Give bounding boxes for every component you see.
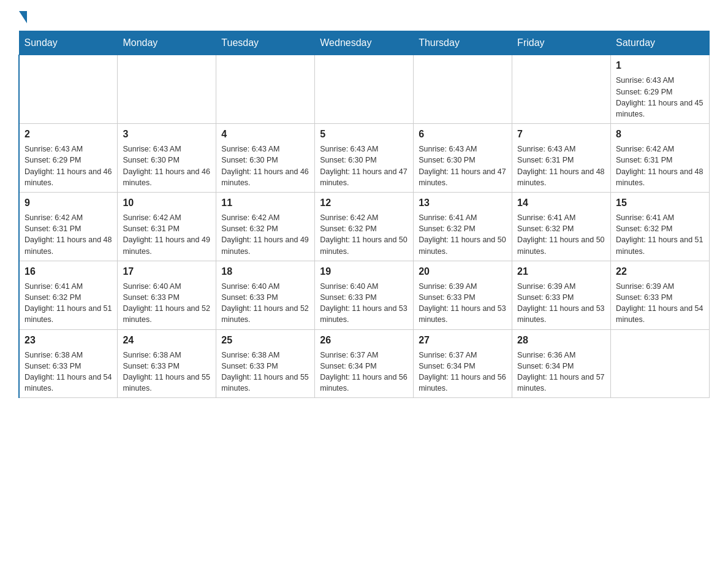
calendar-cell: 5Sunrise: 6:43 AMSunset: 6:30 PMDaylight…	[315, 123, 414, 192]
day-number: 25	[221, 334, 309, 347]
day-number: 8	[616, 128, 704, 141]
calendar-cell: 15Sunrise: 6:41 AMSunset: 6:32 PMDayligh…	[611, 192, 710, 261]
calendar-cell	[216, 55, 315, 124]
day-number: 9	[25, 196, 112, 210]
calendar-cell: 21Sunrise: 6:39 AMSunset: 6:33 PMDayligh…	[512, 261, 611, 329]
calendar-cell	[611, 329, 710, 398]
calendar-cell: 18Sunrise: 6:40 AMSunset: 6:33 PMDayligh…	[216, 261, 315, 329]
day-number: 11	[221, 196, 309, 210]
day-info: Sunrise: 6:39 AMSunset: 6:33 PMDaylight:…	[419, 281, 507, 326]
day-info: Sunrise: 6:43 AMSunset: 6:30 PMDaylight:…	[123, 144, 211, 188]
day-info: Sunrise: 6:43 AMSunset: 6:30 PMDaylight:…	[221, 144, 309, 188]
day-number: 12	[320, 196, 408, 210]
day-info: Sunrise: 6:38 AMSunset: 6:33 PMDaylight:…	[123, 350, 211, 394]
day-number: 27	[419, 334, 507, 347]
day-number: 7	[517, 128, 605, 141]
day-number: 2	[25, 128, 112, 141]
calendar-cell: 16Sunrise: 6:41 AMSunset: 6:32 PMDayligh…	[19, 261, 118, 329]
day-info: Sunrise: 6:38 AMSunset: 6:33 PMDaylight:…	[25, 350, 112, 394]
day-number: 26	[320, 334, 408, 347]
day-info: Sunrise: 6:42 AMSunset: 6:32 PMDaylight:…	[221, 212, 309, 257]
day-info: Sunrise: 6:40 AMSunset: 6:33 PMDaylight:…	[123, 281, 211, 326]
day-info: Sunrise: 6:40 AMSunset: 6:33 PMDaylight:…	[221, 281, 309, 326]
day-number: 19	[320, 265, 408, 278]
calendar-week-row: 9Sunrise: 6:42 AMSunset: 6:31 PMDaylight…	[19, 192, 710, 261]
logo-triangle-icon	[19, 11, 27, 23]
day-number: 20	[419, 265, 507, 278]
calendar-cell: 7Sunrise: 6:43 AMSunset: 6:31 PMDaylight…	[512, 123, 611, 192]
calendar-cell: 28Sunrise: 6:36 AMSunset: 6:34 PMDayligh…	[512, 329, 611, 398]
calendar-week-row: 1Sunrise: 6:43 AMSunset: 6:29 PMDaylight…	[19, 55, 710, 124]
day-info: Sunrise: 6:42 AMSunset: 6:31 PMDaylight:…	[25, 212, 112, 257]
day-info: Sunrise: 6:40 AMSunset: 6:33 PMDaylight:…	[320, 281, 408, 326]
day-number: 23	[25, 334, 112, 347]
calendar-table: SundayMondayTuesdayWednesdayThursdayFrid…	[18, 31, 710, 398]
calendar-cell: 4Sunrise: 6:43 AMSunset: 6:30 PMDaylight…	[216, 123, 315, 192]
calendar-cell: 3Sunrise: 6:43 AMSunset: 6:30 PMDaylight…	[118, 123, 216, 192]
day-info: Sunrise: 6:41 AMSunset: 6:32 PMDaylight:…	[419, 212, 507, 257]
calendar-cell: 11Sunrise: 6:42 AMSunset: 6:32 PMDayligh…	[216, 192, 315, 261]
weekday-header-thursday: Thursday	[414, 31, 512, 55]
calendar-cell: 12Sunrise: 6:42 AMSunset: 6:32 PMDayligh…	[315, 192, 414, 261]
calendar-cell: 13Sunrise: 6:41 AMSunset: 6:32 PMDayligh…	[414, 192, 512, 261]
logo	[18, 12, 28, 25]
calendar-cell	[19, 55, 118, 124]
calendar-week-row: 23Sunrise: 6:38 AMSunset: 6:33 PMDayligh…	[19, 329, 710, 398]
calendar-cell: 9Sunrise: 6:42 AMSunset: 6:31 PMDaylight…	[19, 192, 118, 261]
day-number: 18	[221, 265, 309, 278]
calendar-cell: 8Sunrise: 6:42 AMSunset: 6:31 PMDaylight…	[611, 123, 710, 192]
day-number: 3	[123, 128, 211, 141]
day-info: Sunrise: 6:42 AMSunset: 6:31 PMDaylight:…	[616, 144, 704, 188]
day-info: Sunrise: 6:38 AMSunset: 6:33 PMDaylight:…	[221, 350, 309, 394]
day-number: 21	[517, 265, 605, 278]
calendar-cell: 1Sunrise: 6:43 AMSunset: 6:29 PMDaylight…	[611, 55, 710, 124]
day-info: Sunrise: 6:42 AMSunset: 6:32 PMDaylight:…	[320, 212, 408, 257]
calendar-cell: 22Sunrise: 6:39 AMSunset: 6:33 PMDayligh…	[611, 261, 710, 329]
day-info: Sunrise: 6:43 AMSunset: 6:31 PMDaylight:…	[517, 144, 605, 188]
calendar-cell	[118, 55, 216, 124]
day-info: Sunrise: 6:43 AMSunset: 6:29 PMDaylight:…	[25, 144, 112, 188]
calendar-week-row: 2Sunrise: 6:43 AMSunset: 6:29 PMDaylight…	[19, 123, 710, 192]
day-number: 16	[25, 265, 112, 278]
calendar-cell: 23Sunrise: 6:38 AMSunset: 6:33 PMDayligh…	[19, 329, 118, 398]
calendar-cell: 6Sunrise: 6:43 AMSunset: 6:30 PMDaylight…	[414, 123, 512, 192]
calendar-cell: 14Sunrise: 6:41 AMSunset: 6:32 PMDayligh…	[512, 192, 611, 261]
day-number: 15	[616, 196, 704, 210]
day-info: Sunrise: 6:43 AMSunset: 6:29 PMDaylight:…	[616, 75, 704, 120]
calendar-cell: 20Sunrise: 6:39 AMSunset: 6:33 PMDayligh…	[414, 261, 512, 329]
weekday-header-row: SundayMondayTuesdayWednesdayThursdayFrid…	[19, 31, 710, 55]
day-info: Sunrise: 6:41 AMSunset: 6:32 PMDaylight:…	[25, 281, 112, 326]
day-info: Sunrise: 6:37 AMSunset: 6:34 PMDaylight:…	[320, 350, 408, 394]
day-info: Sunrise: 6:41 AMSunset: 6:32 PMDaylight:…	[616, 212, 704, 257]
day-number: 6	[419, 128, 507, 141]
weekday-header-tuesday: Tuesday	[216, 31, 315, 55]
calendar-cell: 2Sunrise: 6:43 AMSunset: 6:29 PMDaylight…	[19, 123, 118, 192]
day-info: Sunrise: 6:42 AMSunset: 6:31 PMDaylight:…	[123, 212, 211, 257]
day-number: 13	[419, 196, 507, 210]
day-number: 5	[320, 128, 408, 141]
calendar-cell: 27Sunrise: 6:37 AMSunset: 6:34 PMDayligh…	[414, 329, 512, 398]
calendar-cell: 17Sunrise: 6:40 AMSunset: 6:33 PMDayligh…	[118, 261, 216, 329]
calendar-cell: 10Sunrise: 6:42 AMSunset: 6:31 PMDayligh…	[118, 192, 216, 261]
weekday-header-saturday: Saturday	[611, 31, 710, 55]
day-number: 4	[221, 128, 309, 141]
day-info: Sunrise: 6:43 AMSunset: 6:30 PMDaylight:…	[419, 144, 507, 188]
calendar-cell: 26Sunrise: 6:37 AMSunset: 6:34 PMDayligh…	[315, 329, 414, 398]
calendar-week-row: 16Sunrise: 6:41 AMSunset: 6:32 PMDayligh…	[19, 261, 710, 329]
day-info: Sunrise: 6:39 AMSunset: 6:33 PMDaylight:…	[517, 281, 605, 326]
day-number: 28	[517, 334, 605, 347]
calendar-cell	[315, 55, 414, 124]
weekday-header-wednesday: Wednesday	[315, 31, 414, 55]
day-number: 10	[123, 196, 211, 210]
day-info: Sunrise: 6:39 AMSunset: 6:33 PMDaylight:…	[616, 281, 704, 326]
day-number: 22	[616, 265, 704, 278]
day-info: Sunrise: 6:43 AMSunset: 6:30 PMDaylight:…	[320, 144, 408, 188]
day-info: Sunrise: 6:36 AMSunset: 6:34 PMDaylight:…	[517, 350, 605, 394]
day-number: 1	[616, 59, 704, 72]
calendar-cell	[414, 55, 512, 124]
day-number: 14	[517, 196, 605, 210]
weekday-header-monday: Monday	[118, 31, 216, 55]
day-info: Sunrise: 6:37 AMSunset: 6:34 PMDaylight:…	[419, 350, 507, 394]
day-info: Sunrise: 6:41 AMSunset: 6:32 PMDaylight:…	[517, 212, 605, 257]
weekday-header-friday: Friday	[512, 31, 611, 55]
